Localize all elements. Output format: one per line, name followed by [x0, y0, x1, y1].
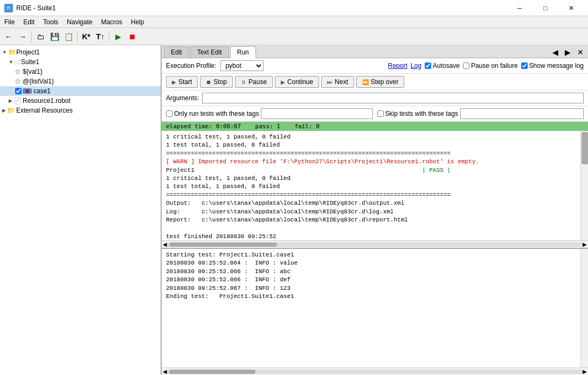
menu-tools[interactable]: Tools	[39, 16, 63, 27]
fail-label: fail: 0	[294, 123, 319, 130]
tab-edit[interactable]: Edit	[164, 46, 189, 58]
maximize-button[interactable]: □	[533, 0, 558, 16]
main-output-text: 1 critical test, 1 passed, 0 failed 1 te…	[162, 131, 588, 240]
toolbar-sep-1	[31, 31, 32, 42]
toolbar-sep-3	[109, 31, 109, 42]
tree-item-external-resources[interactable]: ▶ 📁 External Resources	[0, 106, 161, 115]
step-over-button[interactable]: ⏩ Step over	[356, 76, 404, 88]
back-button[interactable]: ←	[2, 30, 15, 43]
expand-arrow-project1: ▼	[2, 50, 7, 55]
expand-arrow-resource1: ▶	[9, 98, 12, 103]
window-title: RIDE - Suite1	[16, 4, 56, 12]
tree-label-case1: case1	[33, 87, 51, 95]
stop-toolbar-button[interactable]: ⏹	[126, 30, 139, 43]
only-run-group: Only run tests with these tags	[166, 108, 373, 119]
left-panel: ▼ 📁 Project1 ▼ 📄 Suite1 ⊙ ${val1} ⊙ @{li…	[0, 45, 162, 375]
pause-checkbox[interactable]	[463, 63, 469, 69]
minimize-button[interactable]: ─	[507, 0, 532, 16]
case1-checkbox[interactable]	[15, 88, 22, 94]
only-run-input[interactable]	[261, 108, 372, 119]
tab-run[interactable]: Run	[230, 46, 256, 58]
tree-item-resource1[interactable]: ▶ 📄 Resource1.robot	[0, 96, 161, 106]
pause-button[interactable]: ⏸ Pause	[235, 76, 273, 88]
log-hscroll-left[interactable]: ◀	[163, 369, 167, 374]
hscroll-left[interactable]: ◀	[163, 241, 167, 247]
menu-help[interactable]: Help	[127, 16, 149, 27]
tags-row: Only run tests with these tags Skip test…	[162, 106, 588, 122]
log-output-panel[interactable]: Starting test: Project1.Suite1.case1 201…	[162, 249, 588, 367]
keyword-button[interactable]: K*	[80, 30, 93, 43]
tree-item-val1[interactable]: ⊙ ${val1}	[0, 67, 161, 77]
var-icon-listval1: ⊙	[15, 78, 20, 85]
only-run-check: Only run tests with these tags	[166, 110, 259, 117]
next-icon: ⏭	[327, 79, 333, 85]
save-all-button[interactable]: 📋	[62, 30, 75, 43]
right-panel: Edit Text Edit Run ◀ ▶ ✕ Execution Profi…	[162, 45, 588, 375]
skip-input[interactable]	[460, 108, 584, 119]
main-scrollbar-thumb	[582, 132, 588, 164]
tree-item-project1[interactable]: ▼ 📁 Project1	[0, 47, 161, 57]
report-link[interactable]: Report	[388, 62, 407, 70]
forward-button[interactable]: →	[16, 30, 29, 43]
pause-icon: ⏸	[241, 79, 246, 85]
tab-prev-button[interactable]: ◀	[550, 47, 561, 58]
tree-label-suite1: Suite1	[21, 58, 39, 66]
hscroll-thumb	[169, 242, 277, 247]
skip-check: Skip tests with these tags	[377, 110, 458, 117]
main-output-wrapper: elapsed time: 0:00:07 pass: 1 fail: 0 1 …	[162, 122, 588, 248]
exec-profile-select[interactable]: pybot	[220, 60, 264, 71]
run-toolbar-button[interactable]: ▶	[112, 30, 124, 43]
autosave-label: Autosave	[433, 62, 460, 70]
main-hscroll: ◀ ▶	[162, 240, 588, 248]
skip-group: Skip tests with these tags	[377, 108, 584, 119]
log-link[interactable]: Log	[411, 62, 421, 70]
close-button[interactable]: ✕	[559, 0, 584, 16]
step-over-icon: ⏩	[362, 79, 369, 85]
main-output-panel[interactable]: 1 critical test, 1 passed, 0 failed 1 te…	[162, 131, 588, 240]
folder-icon-external: 📁	[7, 107, 15, 114]
continue-icon: ▶	[281, 79, 285, 85]
hscroll-track[interactable]	[167, 242, 583, 247]
start-icon: ▶	[172, 79, 176, 85]
show-log-checkbox[interactable]	[521, 63, 528, 69]
template-button[interactable]: T↑	[94, 30, 107, 43]
action-bar: ▶ Start ⏹ Stop ⏸ Pause ▶ Continue ⏭ Ne	[162, 74, 588, 91]
tab-controls: ◀ ▶ ✕	[550, 47, 586, 58]
log-scrollbar[interactable]	[580, 249, 588, 367]
expand-arrow-external: ▶	[2, 108, 6, 113]
pass-label: pass: 1	[255, 123, 280, 130]
menu-navigate[interactable]: Navigate	[63, 16, 96, 27]
exec-bar: Execution Profile: pybot Report Log Auto…	[162, 58, 588, 74]
only-run-label: Only run tests with these tags	[174, 110, 259, 117]
args-input[interactable]	[202, 93, 584, 103]
menu-edit[interactable]: Edit	[19, 16, 39, 27]
menu-macros[interactable]: Macros	[96, 16, 126, 27]
toolbar-sep-2	[77, 31, 78, 42]
main-scrollbar[interactable]	[580, 131, 588, 240]
skip-checkbox[interactable]	[377, 110, 384, 117]
tree-item-suite1[interactable]: ▼ 📄 Suite1	[0, 57, 161, 67]
start-button[interactable]: ▶ Start	[166, 76, 198, 88]
skip-label: Skip tests with these tags	[385, 110, 458, 117]
save-button[interactable]: 💾	[48, 30, 61, 43]
menu-file[interactable]: File	[0, 16, 19, 27]
hscroll-right[interactable]: ▶	[583, 241, 587, 247]
only-run-checkbox[interactable]	[166, 110, 172, 117]
log-hscroll-right[interactable]: ▶	[583, 369, 587, 374]
open-button[interactable]: 🗀	[34, 30, 47, 43]
continue-button[interactable]: ▶ Continue	[275, 76, 319, 88]
exec-profile-label: Execution Profile:	[166, 62, 216, 70]
tree-item-case1[interactable]: 🐞 case1	[0, 86, 161, 96]
pause-label: Pause on failure	[471, 62, 518, 70]
tab-next-button[interactable]: ▶	[563, 47, 573, 58]
tab-text-edit[interactable]: Text Edit	[190, 46, 229, 58]
menu-bar: File Edit Tools Navigate Macros Help	[0, 16, 588, 28]
suite-icon-suite1: 📄	[15, 59, 21, 65]
tree-item-listval1[interactable]: ⊙ @{listVal1}	[0, 77, 161, 86]
next-button[interactable]: ⏭ Next	[321, 76, 354, 88]
resource-icon-1: 📄	[13, 97, 22, 105]
tab-close-button[interactable]: ✕	[575, 47, 586, 58]
log-hscroll-track[interactable]	[167, 370, 583, 374]
autosave-checkbox[interactable]	[425, 63, 431, 69]
stop-button[interactable]: ⏹ Stop	[200, 76, 233, 88]
